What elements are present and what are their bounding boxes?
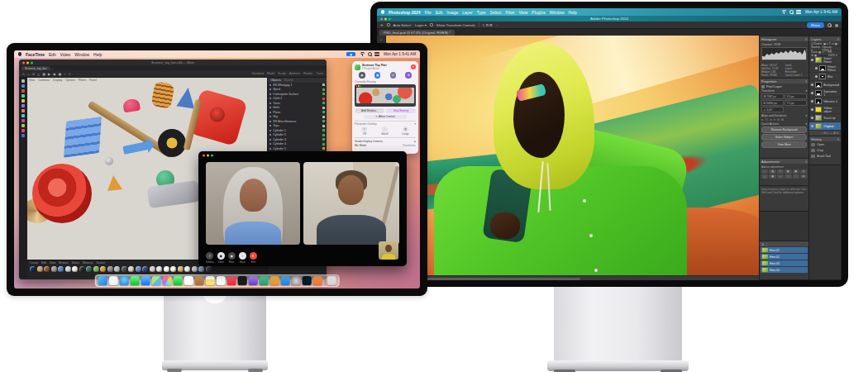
dock-app-icon[interactable] — [312, 276, 322, 285]
layer-row[interactable]: Touch up — [809, 114, 841, 122]
overlay-option[interactable]: ○ Off — [361, 126, 367, 136]
transform-controls-checkbox[interactable] — [430, 23, 433, 26]
call-control-button[interactable]: ▣ — [374, 72, 381, 79]
object-state-chip[interactable] — [322, 147, 325, 150]
dock-app-icon[interactable] — [259, 276, 268, 285]
object-state-chip[interactable] — [322, 102, 325, 104]
video-tile-participant-2[interactable] — [303, 162, 399, 245]
layer-visibility-icon[interactable] — [811, 117, 813, 119]
layer-visibility-icon[interactable] — [815, 75, 818, 78]
x-field[interactable]: X 0 px — [785, 93, 807, 99]
facetime-control[interactable]: ◉ Mute — [228, 252, 236, 264]
align-icons-row[interactable]: ⊏⊓⊐≡⊟⊞ — [761, 118, 807, 122]
object-row[interactable]: Cylinder 2 — [268, 133, 327, 138]
overlay-option-icon[interactable]: ◦ — [382, 126, 388, 132]
c4d-side-tool-icon[interactable] — [21, 84, 25, 88]
material-sphere[interactable] — [58, 266, 64, 272]
zoom-icon[interactable] — [211, 155, 213, 157]
layer-visibility-icon[interactable] — [811, 92, 813, 94]
ps-menu-item[interactable]: Select — [490, 10, 502, 15]
minimize-icon[interactable] — [207, 155, 209, 157]
material-menu-item[interactable]: Edit — [41, 261, 46, 265]
layer-row[interactable]: Background — [809, 81, 841, 89]
mac-menu-item[interactable]: Help — [93, 52, 102, 57]
layer-row[interactable]: Yellow adjust — [809, 106, 841, 114]
panel-menu-icon[interactable]: ≡ — [837, 137, 839, 141]
trash-icon[interactable] — [327, 276, 336, 285]
layout-tab[interactable]: Sculpt — [278, 72, 286, 75]
material-sphere[interactable] — [107, 266, 113, 272]
transform-section-label[interactable]: Transform — [761, 89, 775, 93]
object-row[interactable]: Toys — [268, 124, 327, 129]
panel-menu-icon[interactable]: ≡ — [805, 160, 807, 164]
workspace-icon[interactable]: ▦ — [835, 23, 838, 27]
viewport-menu-item[interactable]: Display — [53, 79, 62, 82]
facetime-app-menu[interactable]: FaceTime — [26, 52, 45, 57]
viewport-menu-item[interactable]: Cameras — [38, 79, 50, 82]
add-window-button[interactable]: Add Window... — [355, 108, 384, 113]
object-row[interactable]: RS Miscellaneous — [268, 119, 327, 124]
material-menu-item[interactable]: View — [50, 261, 55, 265]
c4d-tool-icon[interactable]: ↖ — [22, 72, 25, 76]
object-state-chip[interactable] — [322, 88, 325, 91]
viewport-menu-item[interactable]: Options — [65, 79, 75, 82]
material-sphere[interactable] — [44, 266, 50, 272]
dock-app-icon[interactable] — [227, 276, 236, 285]
dock-app-icon[interactable] — [291, 276, 300, 285]
c4d-tool-icon[interactable]: + — [27, 72, 29, 76]
chevron-down-icon[interactable]: ▾ — [414, 122, 416, 126]
mac-clock[interactable]: Mon Apr 1 9:41 AM — [384, 52, 416, 56]
library-asset-row[interactable]: Hero 03 — [761, 260, 808, 266]
ps-menu-item[interactable]: Image — [446, 10, 458, 15]
material-sphere[interactable] — [192, 266, 198, 272]
material-menu-item[interactable]: Browse — [59, 261, 68, 265]
ps-menu-item[interactable]: File — [425, 10, 432, 15]
apple-logo-icon[interactable] — [381, 10, 384, 14]
material-sphere[interactable] — [86, 266, 92, 272]
object-row[interactable]: RS Whirlygig 1 — [268, 83, 327, 88]
dock-app-icon[interactable] — [205, 276, 214, 285]
ps-menu-item[interactable]: Plugins — [532, 10, 545, 15]
object-state-chip[interactable] — [322, 93, 325, 95]
object-row[interactable]: Plane — [268, 110, 327, 115]
layer-visibility-icon[interactable] — [811, 125, 813, 127]
move-tool-icon[interactable]: ✛ — [380, 23, 384, 27]
material-menu-item[interactable]: Material — [83, 261, 93, 265]
object-state-chip[interactable] — [322, 138, 325, 141]
adjustment-icon[interactable]: ≡ — [777, 174, 784, 179]
facetime-control[interactable]: ↑ Share — [239, 252, 246, 264]
material-sphere[interactable] — [206, 266, 212, 272]
c4d-tool-icon[interactable]: ▣ — [59, 72, 62, 76]
adjustment-icon[interactable]: ○ — [793, 174, 799, 179]
history-step[interactable]: Open — [809, 141, 841, 147]
c4d-tool-icon[interactable]: # — [69, 72, 70, 76]
dock-app-icon[interactable] — [184, 276, 193, 285]
dock-app-icon[interactable] — [280, 276, 289, 285]
adjustment-icon[interactable]: ☀ — [777, 169, 784, 174]
overlay-option-icon[interactable]: ◎ — [403, 126, 408, 132]
object-state-chip[interactable] — [322, 116, 325, 118]
layer-visibility-icon[interactable] — [811, 100, 813, 103]
adjustment-icon[interactable]: ◎ — [800, 169, 807, 174]
mac-menu-item[interactable]: Edit — [49, 52, 56, 57]
viewport-menu-item[interactable]: View — [29, 79, 35, 82]
object-state-chip[interactable] — [322, 98, 325, 100]
dock-app-icon[interactable] — [173, 276, 182, 285]
libraries-header-icons[interactable]: ≣ ⋮ — [761, 242, 768, 246]
object-row[interactable]: Sky — [268, 115, 327, 120]
more-options-icon[interactable]: ⋯ — [496, 23, 499, 27]
material-sphere[interactable] — [198, 266, 204, 272]
horizontal-scrollbar[interactable] — [386, 275, 759, 280]
facetime-control[interactable]: ✕ End — [250, 252, 257, 264]
control-center-icon[interactable] — [374, 52, 379, 56]
object-row[interactable]: Cylinder 1 — [268, 128, 327, 133]
object-row[interactable]: Cylinder 4 — [268, 142, 327, 147]
c4d-tool-icon[interactable]: △ — [37, 72, 40, 76]
object-row[interactable]: Spiral — [268, 88, 327, 93]
material-sphere[interactable] — [37, 266, 43, 272]
fill-field[interactable]: Fill: 100% ▾ — [828, 50, 839, 57]
panel-menu-icon[interactable]: ≡ — [805, 79, 807, 83]
layout-tab[interactable]: Standard — [252, 72, 264, 75]
quick-action-button[interactable]: View More — [761, 141, 807, 148]
close-icon[interactable] — [380, 17, 383, 20]
